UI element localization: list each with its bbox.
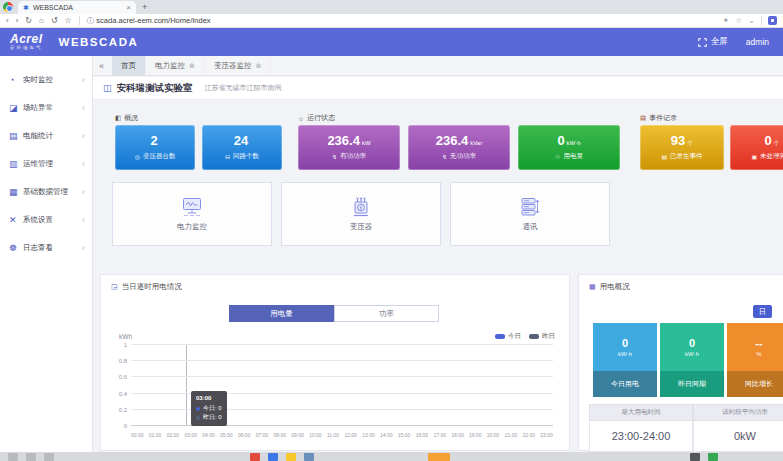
tooltip-time: 03:00 [196,394,222,404]
y-tick-label: 0 [124,423,127,429]
sidebar-item-label: 场站异常 [23,103,82,113]
taskbar-app-icon[interactable] [690,453,700,461]
stat-card-circuit-count[interactable]: 24 ⊟回路个数 [202,125,282,170]
tab-label: 变压器监控 [214,61,252,71]
browser-tab[interactable]: ✱ WEBSCADA × [18,1,136,14]
tab-label: 首页 [121,61,136,71]
usage-card-yesterday[interactable]: 0kW·h 昨日同期 [660,323,724,397]
tab-home[interactable]: 首页 [112,56,146,76]
close-tab-icon[interactable]: × [126,3,131,12]
favicon: ✱ [23,4,29,11]
x-tick-label: 03:00 [184,432,197,438]
collapse-sidebar-icon[interactable]: « [99,61,104,71]
x-tick-label: 06:00 [238,432,251,438]
taskbar-app-icon[interactable] [44,453,54,461]
back-icon[interactable]: ‹ [6,17,9,25]
forward-icon[interactable]: › [16,17,19,25]
reload-icon[interactable]: ↻ [25,17,32,25]
profile-extension-icon[interactable] [768,16,777,25]
sidebar-item-om-management[interactable]: ▥ 运维管理 ‹ [0,150,92,178]
star-icon[interactable]: ☆ [735,17,742,25]
sidebar-item-basic-data-management[interactable]: ▦ 基础数据管理 ‹ [0,178,92,206]
x-tick-label: 23:00 [540,432,553,438]
bookmark-star-icon[interactable]: ☆ [65,17,72,25]
toggle-power-button[interactable]: 功率 [334,305,439,322]
stat-card-transformer-count[interactable]: 2 ◎变压器台数 [115,125,195,170]
event-list-icon: ▤ [661,153,667,160]
toggle-energy-button[interactable]: 用电量 [229,305,334,322]
legend-today[interactable]: 今日 [495,332,521,341]
gears-icon: ☸ [9,244,21,253]
taskbar-app-icon[interactable] [304,453,314,461]
chart-legend: 今日 昨日 [495,332,555,341]
usage-card-yoy-growth[interactable]: --% 同比增长 [727,323,783,397]
chevron-down-icon[interactable]: ⌄ [748,17,755,25]
taskbar-app-icon[interactable] [286,453,296,461]
sidebar-item-log-view[interactable]: ☸ 日志查看 ‹ [0,234,92,262]
stat-card-occurred-events[interactable]: 93个 ▤已发生事件 [640,125,724,170]
hourly-panel-title: ◲ 当日逐时用电情况 [111,282,182,292]
tab-transformer-monitoring[interactable]: 变压器监控 ⊗ [205,56,271,76]
panel-label: 通讯 [523,222,538,232]
transformer-icon: ◎ [135,153,140,160]
taskbar-app-icon[interactable] [26,453,36,461]
section-title: 运行状态 [307,113,335,123]
taskbar-active-app[interactable] [428,453,450,461]
stat-card-active-power[interactable]: 236.4kW ↯有功功率 [298,125,400,170]
home-icon[interactable]: ⌂ [39,17,44,25]
status-icon: ☼ [298,115,304,122]
transformer-icon [349,196,373,218]
stat-card-energy-usage[interactable]: 0kW·h ☉用电量 [518,125,620,170]
legend-yesterday[interactable]: 昨日 [529,332,555,341]
fullscreen-button[interactable]: 全屏 [698,36,728,48]
dashboard: ◧ 概况 ☼ 运行状态 ▤ 事件记录 2 ◎变压器台数 24 ⊟回路个数 236… [93,100,783,452]
panel-transformer[interactable]: 变压器 [281,182,441,246]
gridline [131,344,553,345]
stat-card-unhandled-anomalies[interactable]: 0个 ▣未处理异常 [730,125,783,170]
x-tick-label: 04:00 [202,432,215,438]
sidebar-item-station-anomaly[interactable]: ◪ 场站异常 ‹ [0,94,92,122]
url-field[interactable]: ⓘ scada.acrel-eem.com/Home/Index [87,16,211,26]
os-taskbar [0,452,783,461]
close-tab-icon[interactable]: ⊗ [189,62,195,70]
x-tick-label: 07:00 [256,432,269,438]
sidebar-item-energy-statistics[interactable]: ▤ 电能统计 ‹ [0,122,92,150]
new-tab-button[interactable]: + [142,2,147,12]
chrome-logo-icon[interactable] [3,2,13,12]
extension-icon[interactable]: ✦ [722,17,729,25]
x-tick-label: 13:00 [362,432,375,438]
sidebar-item-realtime-monitoring[interactable]: ◔ 实时监控 ‹ [0,66,92,94]
series-dot-yesterday [196,416,200,420]
comm-server-icon [518,196,542,218]
product-title: WEBSCADA [59,36,139,48]
y-tick-label: 0.4 [119,391,127,397]
list-icon: ▥ [9,160,21,169]
logo-subtext: 安科瑞电气 [10,46,43,51]
page-info-icon[interactable]: ⓘ [87,16,95,25]
line-chart-plot[interactable]: 03:00 今日: 0 昨日: 0 00.20.40.60.81 [131,345,553,426]
taskbar-app-icon[interactable] [250,453,260,461]
x-tick-label: 05:00 [220,432,233,438]
x-axis-labels: 00:0001:0002:0003:0004:0005:0006:0007:00… [131,432,553,438]
divider [761,16,762,25]
taskbar-app-icon[interactable] [268,453,278,461]
x-tick-label: 02:00 [167,432,180,438]
tab-power-monitoring[interactable]: 电力监控 ⊗ [146,56,205,76]
taskbar-app-icon[interactable] [8,453,18,461]
period-day-button[interactable]: 日 [753,305,772,318]
station-location: 江苏省无锡市江阴市南闸 [205,83,282,93]
x-tick-label: 22:00 [523,432,536,438]
sidebar-item-system-settings[interactable]: ✕ 系统设置 ‹ [0,206,92,234]
x-tick-label: 00:00 [131,432,144,438]
chevron-left-icon: ‹ [82,76,85,85]
x-tick-label: 14:00 [380,432,393,438]
stat-card-reactive-power[interactable]: 236.4kVar ↯无功功率 [408,125,510,170]
chart-tooltip: 03:00 今日: 0 昨日: 0 [191,391,227,426]
close-tab-icon[interactable]: ⊗ [255,62,261,70]
usage-card-today[interactable]: 0kW·h 今日用电 [593,323,657,397]
user-menu[interactable]: admin [746,37,769,47]
panel-communication[interactable]: 通讯 [450,182,610,246]
panel-power-monitoring[interactable]: 电力监控 [112,182,272,246]
history-icon[interactable]: ↺ [51,17,58,25]
taskbar-app-icon[interactable] [708,453,718,461]
